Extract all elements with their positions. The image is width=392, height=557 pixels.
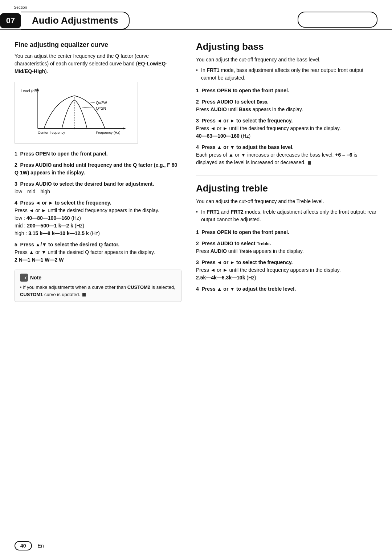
left-column: Fine adjusting equalizer curve You can a… <box>15 41 181 302</box>
page-number: 40 <box>15 541 32 550</box>
note-text: • If you make adjustments when a curve o… <box>20 284 176 298</box>
step-4-sub4: high : 3.15 k—8 k—10 k—12.5 k (Hz) <box>15 230 181 237</box>
page-title: Audio Adjustments <box>21 12 130 29</box>
svg-text:Level (dB): Level (dB) <box>21 89 38 93</box>
treble-step-4: 4 Press ▲ or ▼ to adjust the treble leve… <box>196 285 377 293</box>
adjusting-bass-heading: Adjusting bass <box>196 41 377 52</box>
bass-step-4: 4 Press ▲ or ▼ to adjust the bass level.… <box>196 144 377 166</box>
bass-step-2-sub: Press AUDIO until Bass appears in the di… <box>196 106 377 113</box>
adjusting-treble-section: Adjusting treble You can adjust the cut-… <box>196 183 377 293</box>
step-4-sub3: mid : 200—500—1 k—2 k (Hz) <box>15 222 181 230</box>
treble-bullet1: In FRT1 and FRT2 modes, treble adjustmen… <box>196 208 377 223</box>
svg-text:Q=2N: Q=2N <box>96 106 106 110</box>
step-4-sub2: low : 40—80—100—160 (Hz) <box>15 214 181 222</box>
bass-step-3-sub2: 40—63—100—160 (Hz) <box>196 132 377 140</box>
bass-step-2-text: 2 Press AUDIO to select Bass. <box>196 98 377 106</box>
equalizer-graph: Level (dB) Frequency (Hz) Center frequen… <box>15 82 138 144</box>
step-3-sub: low—mid—high <box>15 188 181 195</box>
bass-step-1: 1 Press OPEN to open the front panel. <box>196 87 377 94</box>
footer: 40 En <box>0 541 392 550</box>
header-right-box <box>298 12 377 28</box>
bass-step-2: 2 Press AUDIO to select Bass. Press AUDI… <box>196 98 377 113</box>
treble-step-4-text: 4 Press ▲ or ▼ to adjust the treble leve… <box>196 285 377 293</box>
svg-marker-4 <box>123 128 126 130</box>
section-number: 07 <box>0 13 21 28</box>
treble-step-3: 3 Press ◄ or ► to select the frequency. … <box>196 259 377 282</box>
section-label: Section <box>14 5 27 9</box>
treble-step-2-sub: Press AUDIO until Treble appears in the … <box>196 247 377 255</box>
note-icon: 𝑖 <box>20 274 28 282</box>
fine-eq-heading: Fine adjusting equalizer curve <box>15 41 181 49</box>
bass-step-3-sub1: Press ◄ or ► until the desired frequency… <box>196 125 377 132</box>
treble-step-3-sub1: Press ◄ or ► until the desired frequency… <box>196 266 377 274</box>
svg-text:Q=2W: Q=2W <box>96 101 107 105</box>
adjusting-treble-intro: You can adjust the cut-off frequency and… <box>196 198 377 205</box>
step-2-text: 2 Press AUDIO and hold until frequency a… <box>15 161 181 177</box>
treble-step-3-sub2: 2.5k—4k—6.3k—10k (Hz) <box>196 274 377 282</box>
adjusting-bass-section: Adjusting bass You can adjust the cut-of… <box>196 41 377 166</box>
fine-eq-intro: You can adjust the center frequency and … <box>15 52 181 75</box>
bass-bullet1: In FRT1 mode, bass adjustment affects on… <box>196 66 377 82</box>
fine-eq-steps: 1 Press OPEN to open the front panel. 2 … <box>15 150 181 264</box>
bass-step-1-text: 1 Press OPEN to open the front panel. <box>196 87 377 94</box>
section-divider <box>196 175 377 175</box>
svg-line-10 <box>90 102 95 103</box>
step-1-text: 1 Press OPEN to open the front panel. <box>15 150 181 158</box>
adjusting-bass-intro: You can adjust the cut-off frequency and… <box>196 56 377 64</box>
treble-step-3-text: 3 Press ◄ or ► to select the frequency. <box>196 259 377 266</box>
step-4-text: 4 Press ◄ or ► to select the frequency. <box>15 199 181 207</box>
note-title: 𝑖 Note <box>20 274 176 282</box>
treble-step-1: 1 Press OPEN to open the front panel. <box>196 229 377 236</box>
svg-text:Center frequency: Center frequency <box>38 130 65 134</box>
step-5-sub1: Press ▲ or ▼ until the desired Q factor … <box>15 249 181 256</box>
step-2: 2 Press AUDIO and hold until frequency a… <box>15 161 181 177</box>
treble-steps: 1 Press OPEN to open the front panel. 2 … <box>196 229 377 293</box>
step-3: 3 Press AUDIO to select the desired band… <box>15 180 181 195</box>
bass-step-3: 3 Press ◄ or ► to select the frequency. … <box>196 117 377 140</box>
step-3-text: 3 Press AUDIO to select the desired band… <box>15 180 181 188</box>
svg-text:Frequency (Hz): Frequency (Hz) <box>96 130 121 134</box>
note-label: Note <box>30 275 41 280</box>
footer-lang: En <box>38 543 44 549</box>
step-4-sub1: Press ◄ or ► until the desired frequency… <box>15 207 181 214</box>
step-1: 1 Press OPEN to open the front panel. <box>15 150 181 158</box>
bass-step-4-sub1: Each press of ▲ or ▼ increases or decrea… <box>196 151 377 166</box>
step-5-sub2: 2 N—1 N—1 W—2 W <box>15 256 181 264</box>
treble-step-1-text: 1 Press OPEN to open the front panel. <box>196 229 377 236</box>
bass-steps: 1 Press OPEN to open the front panel. 2 … <box>196 87 377 166</box>
bass-step-4-text: 4 Press ▲ or ▼ to adjust the bass level. <box>196 144 377 151</box>
treble-step-2: 2 Press AUDIO to select Treble. Press AU… <box>196 240 377 255</box>
bass-step-3-text: 3 Press ◄ or ► to select the frequency. <box>196 117 377 125</box>
adjusting-treble-heading: Adjusting treble <box>196 183 377 194</box>
step-5: 5 Press ▲/▼ to select the desired Q fact… <box>15 241 181 264</box>
treble-step-2-text: 2 Press AUDIO to select Treble. <box>196 240 377 247</box>
step-4: 4 Press ◄ or ► to select the frequency. … <box>15 199 181 237</box>
right-column: Adjusting bass You can adjust the cut-of… <box>196 41 377 302</box>
step-5-text: 5 Press ▲/▼ to select the desired Q fact… <box>15 241 181 249</box>
note-box: 𝑖 Note • If you make adjustments when a … <box>15 270 181 302</box>
